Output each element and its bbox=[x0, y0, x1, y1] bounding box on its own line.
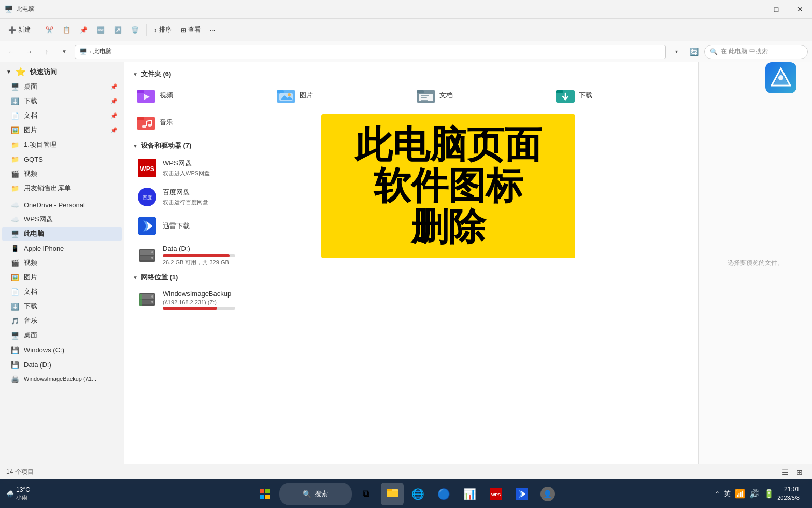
sidebar-item-desktop-label: 桌面 bbox=[24, 82, 37, 91]
sidebar-item-pictures[interactable]: 🖼️ 图片 📌 bbox=[2, 123, 122, 137]
title-bar: 🖥️ 此电脑 — □ ✕ bbox=[0, 0, 812, 19]
taskbar-left: 🌧️ 13°C 小雨 bbox=[6, 486, 30, 501]
forward-button[interactable]: → bbox=[22, 45, 36, 59]
sidebar-item-data-d[interactable]: 💾 Data (D:) bbox=[2, 357, 122, 372]
sidebar-item-music-sub[interactable]: 🎵 音乐 bbox=[2, 314, 122, 328]
window-controls: — □ ✕ bbox=[740, 0, 812, 19]
close-button[interactable]: ✕ bbox=[788, 0, 812, 19]
sidebar-item-apple-iphone[interactable]: 📱 Apple iPhone bbox=[2, 241, 122, 256]
recent-button[interactable]: ▼ bbox=[57, 45, 72, 59]
svg-text:百度: 百度 bbox=[143, 195, 152, 200]
lang-indicator[interactable]: 英 bbox=[724, 489, 731, 499]
delete-button[interactable]: 🗑️ bbox=[127, 24, 143, 36]
delete-icon: 🗑️ bbox=[131, 26, 139, 34]
folders-chevron: ▼ bbox=[133, 72, 138, 77]
path-separator: › bbox=[89, 48, 91, 55]
svg-rect-17 bbox=[137, 117, 144, 120]
sales-folder-icon: 📁 bbox=[10, 184, 20, 193]
date-display: 2023/5/8 bbox=[777, 494, 800, 502]
network-section-header[interactable]: ▼ 网络位置 (1) bbox=[133, 273, 690, 282]
new-button[interactable]: ➕ 新建 bbox=[4, 23, 35, 36]
rename-button[interactable]: 🔤 bbox=[93, 24, 109, 36]
taskbar-wps[interactable]: WPS bbox=[485, 483, 507, 505]
taskbar-excel[interactable]: 📊 bbox=[459, 483, 481, 505]
sidebar-item-downloads-sub[interactable]: ⬇️ 下载 bbox=[2, 299, 122, 314]
taskbar-excel-icon: 📊 bbox=[463, 488, 476, 500]
search-box[interactable]: 🔍 在 此电脑 中搜索 bbox=[704, 45, 808, 59]
taskbar-edge[interactable]: 🌐 bbox=[407, 483, 430, 505]
sidebar-item-documents[interactable]: 📄 文档 📌 bbox=[2, 108, 122, 123]
task-view-button[interactable]: ⧉ bbox=[355, 483, 378, 505]
network-backup[interactable]: WindowsImageBackup (\\192.168.2.231) (Z:… bbox=[133, 286, 690, 313]
cut-button[interactable]: ✂️ bbox=[41, 24, 58, 36]
taskbar-search[interactable]: 🔍 搜索 bbox=[279, 483, 352, 505]
share-button[interactable]: ↗️ bbox=[110, 24, 126, 36]
up-button[interactable]: ↑ bbox=[39, 45, 54, 59]
taskbar-chrome[interactable]: 🔵 bbox=[433, 483, 455, 505]
folder-video[interactable]: 视频 bbox=[133, 83, 270, 108]
folder-pictures[interactable]: 图片 bbox=[273, 83, 410, 108]
back-button[interactable]: ← bbox=[4, 45, 19, 59]
view-button[interactable]: ⊞ 查看 bbox=[177, 23, 205, 36]
network-backup-bar-container bbox=[163, 307, 235, 310]
sidebar-item-documents-sub[interactable]: 📄 文档 bbox=[2, 285, 122, 299]
folder-gqts-icon: 📁 bbox=[10, 154, 20, 164]
plus-icon: ➕ bbox=[8, 26, 16, 34]
time-display: 21:01 bbox=[777, 485, 800, 494]
address-path[interactable]: 🖥️ › 此电脑 bbox=[75, 45, 666, 59]
more-button[interactable]: ··· bbox=[206, 24, 219, 36]
taskbar-explorer[interactable] bbox=[381, 483, 404, 505]
start-button[interactable] bbox=[253, 483, 276, 505]
sidebar-item-gqts[interactable]: 📁 GQTS bbox=[2, 152, 122, 166]
sidebar-item-pictures-sub[interactable]: 🖼️ 图片 bbox=[2, 270, 122, 285]
folder-music[interactable]: 音乐 bbox=[133, 110, 270, 135]
taskbar-avatar[interactable]: 👤 bbox=[536, 483, 559, 505]
folder-documents[interactable]: 文档 bbox=[412, 83, 550, 108]
sidebar-item-downloads[interactable]: ⬇️ 下载 📌 bbox=[2, 94, 122, 108]
weather-widget[interactable]: 🌧️ 13°C 小雨 bbox=[6, 486, 30, 501]
refresh-button[interactable]: 🔄 bbox=[687, 45, 701, 59]
weather-desc: 小雨 bbox=[16, 493, 30, 501]
grid-view-button[interactable]: ⊞ bbox=[793, 466, 806, 478]
sidebar-item-sales[interactable]: 📁 用友销售出库单 bbox=[2, 181, 122, 195]
folder-downloads[interactable]: 下载 bbox=[552, 83, 690, 108]
clock[interactable]: 21:01 2023/5/8 bbox=[777, 485, 800, 502]
wifi-icon[interactable]: 📶 bbox=[735, 489, 745, 499]
svg-point-19 bbox=[148, 124, 152, 127]
maximize-button[interactable]: □ bbox=[764, 0, 788, 19]
sidebar-item-video-sub[interactable]: 🎬 视频 bbox=[2, 256, 122, 270]
taskbar-xunlei[interactable] bbox=[510, 483, 533, 505]
sidebar-item-this-pc[interactable]: 🖥️ 此电脑 bbox=[2, 227, 122, 241]
pictures-icon: 🖼️ bbox=[10, 125, 20, 135]
pin-icon-4: 📌 bbox=[110, 127, 118, 134]
sidebar-item-onedrive[interactable]: ☁️ OneDrive - Personal bbox=[2, 197, 122, 212]
minimize-button[interactable]: — bbox=[740, 0, 764, 19]
folder-documents-icon bbox=[417, 86, 435, 105]
sidebar-item-windows-c[interactable]: 💾 Windows (C:) bbox=[2, 343, 122, 357]
network-backup-icon bbox=[137, 289, 158, 310]
sidebar-item-project[interactable]: 📁 1.项目管理 bbox=[2, 137, 122, 152]
sidebar-item-desktop-sub[interactable]: 🖥️ 桌面 bbox=[2, 328, 122, 343]
sort-button[interactable]: ↕️ 排序 bbox=[150, 23, 176, 36]
paste-icon: 📌 bbox=[80, 26, 88, 34]
weather-info: 13°C 小雨 bbox=[16, 486, 30, 501]
sidebar-section-quick-access[interactable]: ▼ ⭐ 快速访问 bbox=[2, 64, 122, 79]
svg-rect-40 bbox=[139, 294, 142, 306]
data-d-bar-container bbox=[163, 254, 235, 257]
svg-rect-44 bbox=[260, 489, 264, 493]
sidebar-item-wps-cloud[interactable]: ☁️ WPS网盘 bbox=[2, 212, 122, 227]
list-view-button[interactable]: ☰ bbox=[779, 466, 791, 478]
sidebar-item-desktop[interactable]: 🖥️ 桌面 📌 bbox=[2, 79, 122, 94]
sidebar-item-video-folder[interactable]: 🎬 视频 bbox=[2, 166, 122, 181]
copy-button[interactable]: 📋 bbox=[59, 24, 75, 36]
toolbar-separator-2 bbox=[146, 24, 147, 36]
paste-button[interactable]: 📌 bbox=[76, 24, 92, 36]
path-dropdown-button[interactable]: ▾ bbox=[669, 45, 683, 59]
sidebar-item-backup[interactable]: 🖨️ WindowsImageBackup (\\1... bbox=[2, 372, 122, 386]
desktop-icon: 🖥️ bbox=[10, 82, 20, 91]
folder-video-label: 视频 bbox=[160, 91, 173, 100]
volume-icon[interactable]: 🔊 bbox=[749, 489, 760, 499]
avatar-circle: 👤 bbox=[540, 487, 555, 501]
chevron-icon[interactable]: ⌃ bbox=[715, 490, 720, 498]
folders-section-header[interactable]: ▼ 文件夹 (6) bbox=[133, 69, 690, 79]
